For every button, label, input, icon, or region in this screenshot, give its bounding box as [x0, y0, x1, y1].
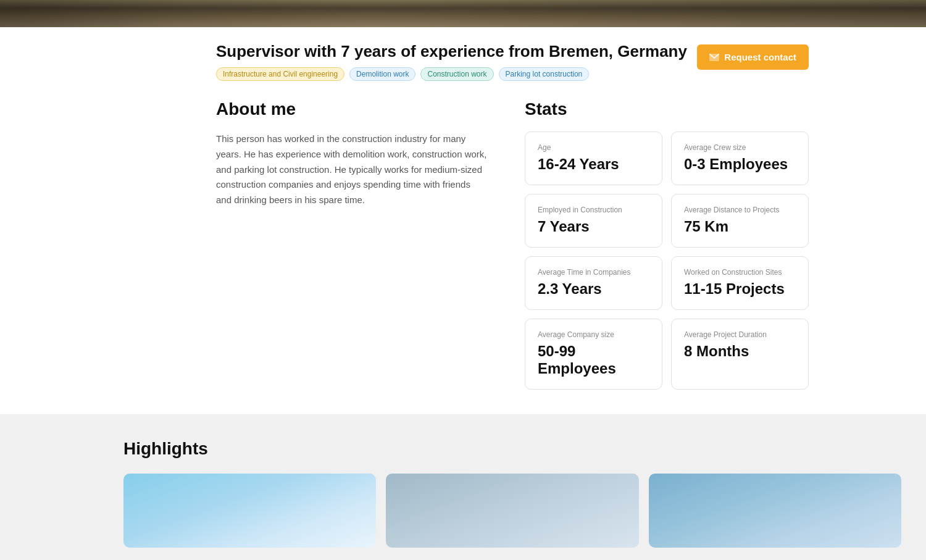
stat-value-projects: 11-15 Projects	[684, 280, 796, 298]
stat-label-crew: Average Crew size	[684, 143, 796, 152]
highlights-section: Highlights	[0, 414, 926, 560]
tag-parking: Parking lot construction	[499, 67, 590, 81]
highlight-card-2	[386, 474, 638, 548]
tags-container: Infrastructure and Civil engineering Dem…	[216, 67, 687, 81]
stats-grid: Age 16-24 Years Average Crew size 0-3 Em…	[525, 132, 809, 390]
stat-card-crew: Average Crew size 0-3 Employees	[671, 132, 809, 185]
highlights-grid	[123, 474, 901, 548]
profile-title: Supervisor with 7 years of experience fr…	[216, 42, 687, 61]
stat-label-distance: Average Distance to Projects	[684, 206, 796, 214]
stat-label-employed: Employed in Construction	[538, 206, 649, 214]
stat-value-distance: 75 Km	[684, 218, 796, 236]
highlight-card-1	[123, 474, 376, 548]
highlights-title: Highlights	[123, 439, 901, 459]
stats-title: Stats	[525, 99, 809, 119]
tag-demolition: Demolition work	[349, 67, 415, 81]
envelope-icon	[709, 54, 719, 61]
stat-value-employed: 7 Years	[538, 218, 649, 236]
stat-value-avg-time: 2.3 Years	[538, 280, 649, 298]
stat-label-age: Age	[538, 143, 649, 152]
stat-card-company-size: Average Company size 50-99 Employees	[525, 319, 662, 390]
about-title: About me	[216, 99, 488, 119]
profile-title-area: Supervisor with 7 years of experience fr…	[216, 42, 687, 81]
stat-card-project-duration: Average Project Duration 8 Months	[671, 319, 809, 390]
stat-label-projects: Worked on Construction Sites	[684, 268, 796, 277]
stat-label-company-size: Average Company size	[538, 330, 649, 339]
stat-value-crew: 0-3 Employees	[684, 156, 796, 173]
about-text: This person has worked in the constructi…	[216, 132, 488, 208]
stats-section: Stats Age 16-24 Years Average Crew size …	[525, 99, 809, 390]
stat-card-projects: Worked on Construction Sites 11-15 Proje…	[671, 256, 809, 310]
stat-card-employed: Employed in Construction 7 Years	[525, 194, 662, 248]
stat-label-project-duration: Average Project Duration	[684, 330, 796, 339]
tag-infrastructure: Infrastructure and Civil engineering	[216, 67, 344, 81]
stat-value-project-duration: 8 Months	[684, 343, 796, 361]
stat-label-avg-time: Average Time in Companies	[538, 268, 649, 277]
tag-construction: Construction work	[420, 67, 493, 81]
profile-header: Supervisor with 7 years of experience fr…	[93, 27, 833, 81]
stat-value-age: 16-24 Years	[538, 156, 649, 173]
stat-card-distance: Average Distance to Projects 75 Km	[671, 194, 809, 248]
stat-card-avg-time: Average Time in Companies 2.3 Years	[525, 256, 662, 310]
main-content: About me This person has worked in the c…	[93, 81, 833, 414]
stat-card-age: Age 16-24 Years	[525, 132, 662, 185]
request-contact-label: Request contact	[724, 52, 796, 62]
request-contact-button[interactable]: Request contact	[697, 44, 809, 70]
about-section: About me This person has worked in the c…	[216, 99, 488, 390]
stat-value-company-size: 50-99 Employees	[538, 343, 649, 378]
highlight-card-3	[649, 474, 901, 548]
hero-banner	[0, 0, 926, 27]
